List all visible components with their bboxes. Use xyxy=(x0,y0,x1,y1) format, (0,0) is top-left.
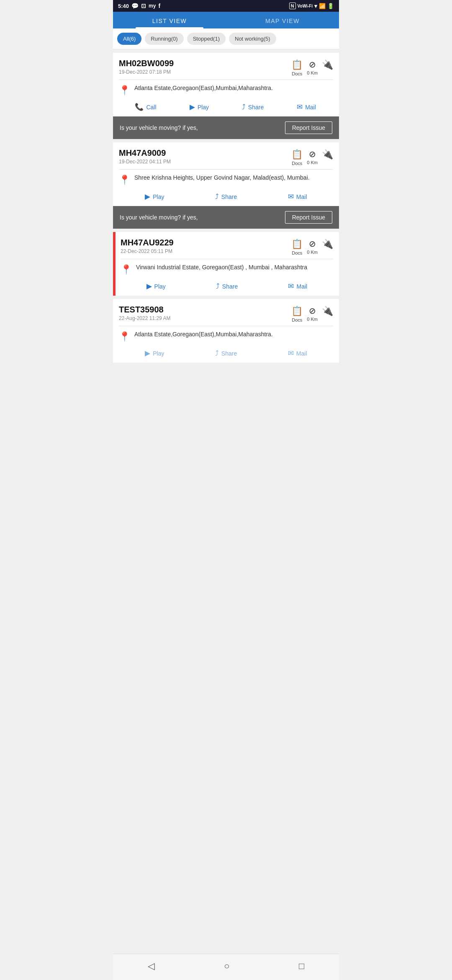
km-icon-2[interactable]: ⊘ 0 Km xyxy=(307,239,318,255)
card-header-right-3: 📋 Docs ⊘ 0 Km 🔌 xyxy=(291,305,333,322)
km-icon-0[interactable]: ⊘ 0 Km xyxy=(307,59,318,75)
cards-container: MH02BW0099 19-Dec-2022 07:18 PM 📋 Docs ⊘… xyxy=(113,53,339,392)
action-share-0[interactable]: ⤴ Share xyxy=(226,103,280,111)
action-mail-3[interactable]: ✉ Mail xyxy=(262,349,333,358)
fb-icon: f xyxy=(158,3,160,9)
nfc-icon: N xyxy=(289,3,296,9)
mail-label-0: Mail xyxy=(305,104,316,111)
share-label-1: Share xyxy=(221,193,237,200)
vehicle-id-3: TEST35908 xyxy=(119,305,170,315)
share-icon-3: ⤴ xyxy=(215,349,219,358)
play-label-3: Play xyxy=(153,350,164,357)
location-icon-1: 📍 xyxy=(119,175,130,186)
action-share-3[interactable]: ⤴ Share xyxy=(190,349,262,358)
km-icon-3[interactable]: ⊘ 0 Km xyxy=(307,306,318,322)
action-share-1[interactable]: ⤴ Share xyxy=(190,192,262,201)
power-icon-2: 🔌 xyxy=(322,239,333,250)
call-icon-0: 📞 xyxy=(135,103,144,111)
power-icon-0: 🔌 xyxy=(322,59,333,70)
red-bar-2 xyxy=(113,232,116,296)
report-text-1: Is your vehicle moving? if yes, xyxy=(120,214,280,221)
wifi-icon: ▾ xyxy=(314,3,317,9)
vehicle-card-2: MH47AU9229 22-Dec-2022 05:11 PM 📋 Docs ⊘… xyxy=(113,232,339,296)
card-header-left-3: TEST35908 22-Aug-2022 11:29 AM xyxy=(119,305,170,321)
share-icon-0: ⤴ xyxy=(242,103,246,111)
mail-label-2: Mail xyxy=(296,283,307,290)
card-header-right-2: 📋 Docs ⊘ 0 Km 🔌 xyxy=(291,238,333,255)
share-label-2: Share xyxy=(222,283,238,290)
vehicle-card-0: MH02BW0099 19-Dec-2022 07:18 PM 📋 Docs ⊘… xyxy=(113,53,339,139)
power-icon-3: 🔌 xyxy=(322,306,333,317)
location-text-0: Atlanta Estate,Goregaon(East),Mumbai,Mah… xyxy=(134,84,273,93)
action-play-2[interactable]: ▶ Play xyxy=(121,282,191,291)
vehicle-id-0: MH02BW0099 xyxy=(119,59,174,68)
call-label-0: Call xyxy=(146,104,156,111)
tab-list-view[interactable]: LIST VIEW xyxy=(113,12,226,28)
vehicle-date-2: 22-Dec-2022 05:11 PM xyxy=(121,248,174,254)
vehicle-date-1: 19-Dec-2022 04:11 PM xyxy=(119,159,171,165)
action-mail-2[interactable]: ✉ Mail xyxy=(262,282,333,291)
action-call-0[interactable]: 📞 Call xyxy=(119,103,172,111)
card-location-3: 📍 Atlanta Estate,Goregaon(East),Mumbai,M… xyxy=(113,326,339,346)
share-label-3: Share xyxy=(221,350,237,357)
vehicle-id-1: MH47A9009 xyxy=(119,148,171,158)
card-header-3: TEST35908 22-Aug-2022 11:29 AM 📋 Docs ⊘ … xyxy=(113,299,339,326)
my-icon: my xyxy=(149,3,156,9)
vehicle-card-3: TEST35908 22-Aug-2022 11:29 AM 📋 Docs ⊘ … xyxy=(113,299,339,363)
play-icon-0: ▶ xyxy=(190,103,195,111)
filter-running[interactable]: Running(0) xyxy=(145,33,183,45)
scan-icon: ⊡ xyxy=(141,3,146,9)
time-display: 5:40 xyxy=(118,3,129,9)
card-header-left-0: MH02BW0099 19-Dec-2022 07:18 PM xyxy=(119,59,174,75)
km-icon-1[interactable]: ⊘ 0 Km xyxy=(307,149,318,165)
location-icon-0: 📍 xyxy=(119,85,130,96)
tab-bar: LIST VIEW MAP VIEW xyxy=(113,12,339,28)
location-icon-2: 📍 xyxy=(121,264,132,275)
card-actions-1: ▶ Play ⤴ Share ✉ Mail xyxy=(113,190,339,206)
card-location-0: 📍 Atlanta Estate,Goregaon(East),Mumbai,M… xyxy=(113,80,339,100)
vehicle-card-1: MH47A9009 19-Dec-2022 04:11 PM 📋 Docs ⊘ … xyxy=(113,142,339,229)
play-label-1: Play xyxy=(153,193,164,200)
action-mail-1[interactable]: ✉ Mail xyxy=(262,192,333,201)
card-header-1: MH47A9009 19-Dec-2022 04:11 PM 📋 Docs ⊘ … xyxy=(113,142,339,169)
vehicle-id-2: MH47AU9229 xyxy=(121,238,174,248)
card-location-2: 📍 Virwani Industrial Estate, Goregaon(Ea… xyxy=(113,259,339,279)
play-label-2: Play xyxy=(154,283,166,290)
report-banner-1: Is your vehicle moving? if yes, Report I… xyxy=(113,206,339,229)
mail-label-1: Mail xyxy=(296,193,307,200)
report-issue-button-0[interactable]: Report Issue xyxy=(285,121,332,134)
vehicle-date-3: 22-Aug-2022 11:29 AM xyxy=(119,315,170,321)
vowifi-icon: VoWi-Fi xyxy=(298,4,313,8)
card-header-0: MH02BW0099 19-Dec-2022 07:18 PM 📋 Docs ⊘… xyxy=(113,53,339,80)
docs-icon-0[interactable]: 📋 Docs xyxy=(291,59,303,76)
card-header-left-2: MH47AU9229 22-Dec-2022 05:11 PM xyxy=(121,238,174,254)
play-icon-1: ▶ xyxy=(145,192,150,201)
action-play-3[interactable]: ▶ Play xyxy=(119,349,190,358)
play-icon-3: ▶ xyxy=(145,349,150,358)
action-play-0[interactable]: ▶ Play xyxy=(172,103,226,111)
report-text-0: Is your vehicle moving? if yes, xyxy=(120,124,280,131)
filter-all[interactable]: All(6) xyxy=(117,33,141,45)
mail-icon-0: ✉ xyxy=(297,103,303,111)
action-mail-0[interactable]: ✉ Mail xyxy=(280,103,333,111)
action-play-1[interactable]: ▶ Play xyxy=(119,192,190,201)
location-text-2: Virwani Industrial Estate, Goregaon(East… xyxy=(136,263,307,272)
filter-bar: All(6) Running(0) Stopped(1) Not working… xyxy=(113,28,339,49)
card-location-1: 📍 Shree Krishna Heights, Upper Govind Na… xyxy=(113,170,339,190)
tab-map-view[interactable]: MAP VIEW xyxy=(226,12,339,28)
report-banner-0: Is your vehicle moving? if yes, Report I… xyxy=(113,116,339,139)
filter-not-working[interactable]: Not working(5) xyxy=(229,33,276,45)
card-header-left-1: MH47A9009 19-Dec-2022 04:11 PM xyxy=(119,148,171,165)
status-bar: 5:40 💬 ⊡ my f N VoWi-Fi ▾ 📶 🔋 xyxy=(113,0,339,12)
filter-stopped[interactable]: Stopped(1) xyxy=(187,33,226,45)
share-icon-2: ⤴ xyxy=(216,282,220,291)
report-issue-button-1[interactable]: Report Issue xyxy=(285,211,332,224)
action-share-2[interactable]: ⤴ Share xyxy=(191,282,262,291)
location-text-3: Atlanta Estate,Goregaon(East),Mumbai,Mah… xyxy=(134,330,273,339)
docs-icon-2[interactable]: 📋 Docs xyxy=(291,239,303,255)
docs-icon-1[interactable]: 📋 Docs xyxy=(291,149,303,166)
docs-icon-3[interactable]: 📋 Docs xyxy=(291,306,303,322)
card-header-right-1: 📋 Docs ⊘ 0 Km 🔌 xyxy=(291,148,333,166)
card-actions-2: ▶ Play ⤴ Share ✉ Mail xyxy=(113,279,339,296)
play-label-0: Play xyxy=(198,104,209,111)
